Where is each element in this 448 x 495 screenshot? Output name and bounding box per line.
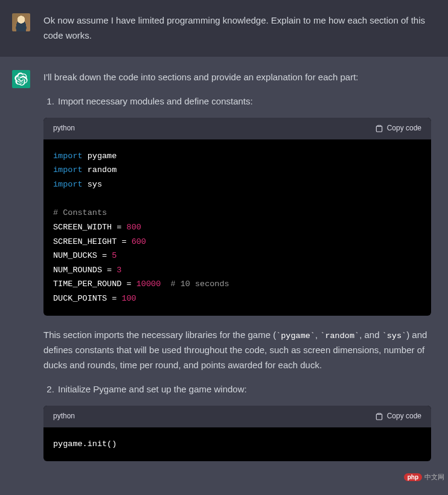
user-message-text: Ok now assume I have limited programming… <box>43 13 436 43</box>
code-block-2: python Copy code pygame.init() <box>43 406 431 461</box>
code-block-1: python Copy code import pygame import ra… <box>43 118 431 316</box>
code-header-1: python Copy code <box>43 118 431 139</box>
openai-icon <box>14 72 28 86</box>
assistant-avatar <box>12 70 30 88</box>
explanation-list-2: Initialize Pygame and set up the game wi… <box>43 382 431 397</box>
watermark-text: 中文网 <box>424 473 444 482</box>
svg-rect-0 <box>377 126 380 127</box>
user-message-row: Ok now assume I have limited programming… <box>0 0 448 57</box>
clipboard-icon <box>375 412 383 421</box>
code-body-1[interactable]: import pygame import random import sys #… <box>43 139 431 316</box>
assistant-message-row: I'll break down the code into sections a… <box>0 57 448 496</box>
assistant-content: I'll break down the code into sections a… <box>43 70 436 473</box>
explanation-list: Import necessary modules and define cons… <box>43 94 431 109</box>
clipboard-icon <box>375 124 383 133</box>
code-header-2: python Copy code <box>43 406 431 427</box>
copy-code-button-2[interactable]: Copy code <box>375 410 421 423</box>
code-body-2[interactable]: pygame.init() <box>43 427 431 461</box>
assistant-intro-text: I'll break down the code into sections a… <box>43 70 431 85</box>
list-item-2: Initialize Pygame and set up the game wi… <box>57 382 431 397</box>
user-avatar <box>12 13 30 31</box>
code-lang-label: python <box>53 123 75 135</box>
watermark: php 中文网 <box>404 473 444 482</box>
explanation-paragraph-1: This section imports the necessary libra… <box>43 328 431 373</box>
copy-code-button[interactable]: Copy code <box>375 123 421 135</box>
copy-code-label-2: Copy code <box>387 410 421 423</box>
svg-rect-1 <box>377 414 380 415</box>
code-lang-label-2: python <box>53 410 75 423</box>
copy-code-label: Copy code <box>387 123 421 135</box>
watermark-badge: php <box>404 473 422 481</box>
list-item-1: Import necessary modules and define cons… <box>57 94 431 109</box>
